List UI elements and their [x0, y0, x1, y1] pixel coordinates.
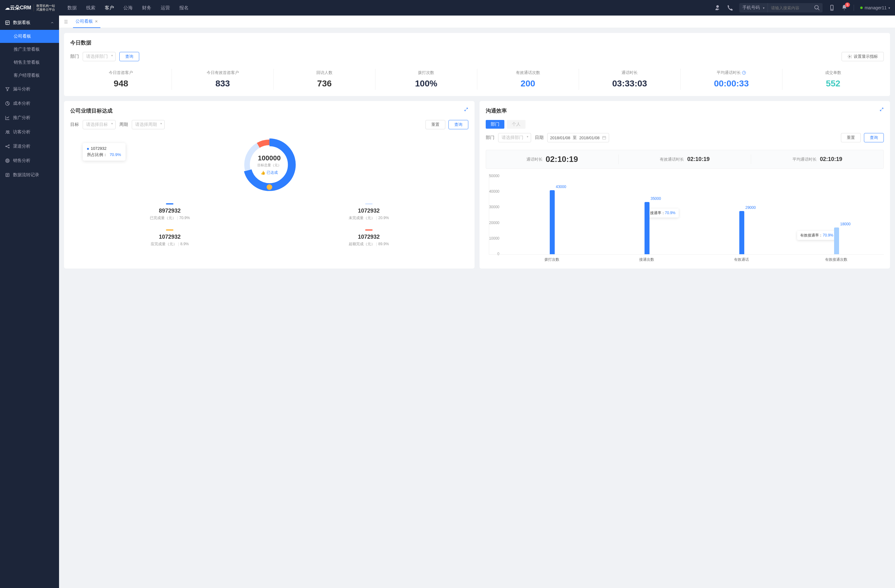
sidebar-item-sales-board[interactable]: 销售主管看板	[0, 56, 59, 69]
comm-filter: 部门 请选择部门 日期 2018/01/08 至 2018/01/08 重置 查…	[486, 133, 884, 142]
notification-badge: 5	[845, 3, 850, 7]
nav-data[interactable]: 数据	[67, 5, 77, 11]
mobile-icon[interactable]	[829, 5, 835, 11]
sidebar-group-dashboard[interactable]: 数据看板	[0, 15, 59, 30]
segment-control: 部门 个人	[486, 120, 884, 129]
dept-select[interactable]: 请选择部门	[498, 133, 531, 142]
sidebar-item-funnel[interactable]: 漏斗分析	[0, 82, 59, 96]
reset-button[interactable]: 重置	[841, 133, 861, 142]
svg-point-6	[8, 130, 9, 132]
sidebar-item-promo-board[interactable]: 推广主管看板	[0, 43, 59, 56]
cloud-icon: ☁	[5, 5, 10, 11]
period-label: 周期	[119, 122, 128, 127]
logo: ☁ 云朵CRM 教育机构一站 式服务云平台	[5, 4, 55, 12]
nav-finance[interactable]: 财务	[142, 5, 151, 11]
funnel-icon	[5, 87, 10, 92]
nav-leads[interactable]: 线索	[86, 5, 96, 11]
goal-title: 公司业绩目标达成	[70, 107, 468, 114]
chevron-down-icon: ▾	[763, 6, 765, 10]
search-icon[interactable]	[814, 5, 820, 11]
donut-stat: 1072932应完成量（元）|8.9%	[70, 225, 269, 251]
target-label: 目标	[70, 122, 79, 127]
status-dot	[860, 6, 863, 9]
pie-icon	[5, 101, 10, 106]
bar: 18000	[834, 227, 839, 254]
svg-point-7	[6, 146, 6, 147]
sidebar-item-cost[interactable]: 成本分析	[0, 96, 59, 111]
seg-dept[interactable]: 部门	[486, 120, 504, 129]
achieved-status: 👍 已达成	[257, 170, 281, 175]
expand-icon[interactable]	[464, 107, 468, 112]
dept-select[interactable]: 请选择部门	[83, 52, 115, 61]
tab-company-board[interactable]: 公司看板 ✕	[73, 15, 100, 28]
bar-chart: 01000020000300004000050000 43000接通率：70.9…	[486, 174, 884, 262]
query-button[interactable]: 查询	[864, 133, 884, 142]
donut-chart: 1072932 所占比例： 70.9%	[70, 137, 468, 193]
sidebar-item-flow[interactable]: 数据流转记录	[0, 168, 59, 182]
chevron-up-icon	[50, 21, 54, 24]
today-title: 今日数据	[70, 39, 884, 46]
expand-icon[interactable]	[880, 107, 884, 112]
visitor-icon	[5, 130, 10, 135]
logo-text: 云朵CRM	[10, 5, 31, 11]
chart-icon	[5, 115, 10, 120]
close-icon[interactable]: ✕	[95, 19, 98, 24]
today-card: 今日数据 部门 请选择部门 查询 设置显示指标 今日首咨客户948今日有效首咨客…	[64, 33, 890, 96]
sidebar-item-company-board[interactable]: 公司看板	[0, 30, 59, 43]
donut-stat: 1072932超额完成（元）|89.9%	[269, 225, 469, 251]
user-menu[interactable]: manager11 ▾	[860, 5, 890, 10]
sidebar-item-promo[interactable]: 推广分析	[0, 111, 59, 125]
channel-icon	[5, 144, 10, 149]
header: ☁ 云朵CRM 教育机构一站 式服务云平台 数据 线索 客户 公海 财务 运营 …	[0, 0, 895, 15]
date-label: 日期	[535, 135, 543, 141]
sidebar-item-visitor[interactable]: 访客分析	[0, 125, 59, 139]
svg-point-8	[8, 145, 9, 146]
nav-signup[interactable]: 报名	[179, 5, 189, 11]
stat-item: 回访人数736	[274, 69, 375, 90]
nav-public[interactable]: 公海	[123, 5, 133, 11]
list-icon	[5, 173, 10, 177]
sidebar-item-channel[interactable]: 渠道分析	[0, 139, 59, 153]
notifications[interactable]: 5	[841, 5, 848, 12]
settings-button[interactable]: 设置显示指标	[842, 52, 884, 61]
phone-icon[interactable]	[727, 5, 733, 11]
svg-point-14	[849, 56, 850, 57]
sidebar-item-manager-board[interactable]: 客户经理看板	[0, 69, 59, 82]
sidebar-item-sales[interactable]: 销售分析	[0, 153, 59, 168]
stat-item: 通话时长03:33:03	[579, 69, 681, 90]
query-button[interactable]: 查询	[448, 120, 468, 129]
person-add-icon[interactable]	[714, 5, 721, 11]
main: ☰ 公司看板 ✕ 今日数据 部门 请选择部门 查询 设置显示指标	[59, 15, 895, 588]
bar-tooltip: 有效接通率：70.9%	[797, 231, 836, 240]
stat-item: 成交单数552	[783, 69, 884, 90]
period-select[interactable]: 请选择周期	[132, 120, 165, 129]
today-filter: 部门 请选择部门 查询 设置显示指标	[70, 52, 884, 61]
reset-button[interactable]: 重置	[425, 120, 445, 129]
top-nav: 数据 线索 客户 公海 财务 运营 报名	[67, 5, 189, 11]
x-axis: 拨打次数接通次数有效通话有效接通次数	[486, 257, 884, 262]
info-icon[interactable]: ?	[742, 71, 746, 74]
svg-point-18	[267, 184, 272, 190]
bar-group: 29000	[694, 174, 789, 254]
query-button[interactable]: 查询	[119, 52, 139, 61]
calendar-icon	[602, 135, 606, 140]
time-stat: 平均通话时长02:10:19	[751, 155, 883, 164]
search-type-select[interactable]: 手机号码 ▾	[739, 3, 768, 12]
sidebar: 数据看板 公司看板 推广主管看板 销售主管看板 客户经理看板 漏斗分析 成本分析…	[0, 15, 59, 588]
target-select[interactable]: 请选择目标	[83, 120, 115, 129]
bar: 29000	[739, 211, 744, 254]
date-range-input[interactable]: 2018/01/08 至 2018/01/08	[547, 133, 609, 142]
goal-card: 公司业绩目标达成 目标 请选择目标 周期 请选择周期 重置 查询	[64, 101, 475, 268]
nav-ops[interactable]: 运营	[161, 5, 170, 11]
chevron-down-icon: ▾	[889, 6, 890, 10]
svg-point-5	[6, 130, 8, 132]
donut-stat: 1072932未完成量（元）|20.9%	[269, 199, 469, 225]
hamburger-icon[interactable]: ☰	[64, 19, 68, 24]
bar: 35000	[645, 202, 649, 254]
nav-customers[interactable]: 客户	[105, 5, 114, 11]
seg-person[interactable]: 个人	[507, 120, 525, 129]
search-input[interactable]	[768, 4, 812, 12]
tabs-bar: ☰ 公司看板 ✕	[59, 15, 895, 28]
dept-label: 部门	[70, 54, 79, 59]
time-stats: 通话时长02:10:19有效通话时长02:10:19平均通话时长02:10:19	[486, 150, 884, 169]
